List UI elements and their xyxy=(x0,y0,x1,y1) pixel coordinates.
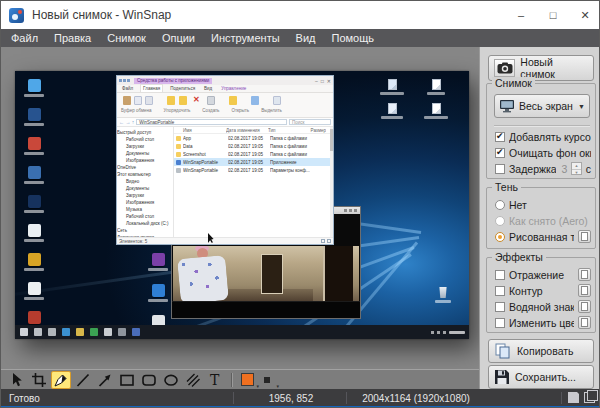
effect-checkbox[interactable]: Изменить цвет xyxy=(495,316,591,329)
add-cursor-checkbox[interactable]: Добавлять курсор xyxy=(495,130,591,143)
menu-item[interactable]: Инструменты xyxy=(203,29,288,47)
shadow-radio-option[interactable]: Рисованная тень xyxy=(495,230,591,243)
autocopy-icon[interactable] xyxy=(584,392,595,403)
menu-item[interactable]: Файл xyxy=(3,29,46,47)
delay-checkbox[interactable]: Задержка: 3 ▲▼ с xyxy=(495,162,591,175)
explorer-contextual-tab: Средства работы с приложениями xyxy=(134,78,212,84)
delay-spinner[interactable]: ▲▼ xyxy=(571,162,581,175)
properties-icon xyxy=(251,96,259,105)
ribbon-group-label: Выделить xyxy=(261,108,282,113)
shadow-settings-button[interactable] xyxy=(578,230,591,243)
line-width-picker[interactable]: ▾ xyxy=(258,371,276,389)
floppy-disk-icon xyxy=(494,369,510,385)
explorer-tab-home: Главная xyxy=(140,84,163,92)
checkbox-icon xyxy=(495,148,505,158)
chevron-down-icon: ▾ xyxy=(276,383,279,389)
desktop-icon xyxy=(21,108,47,126)
checkbox-icon xyxy=(495,132,505,142)
effect-settings-button[interactable] xyxy=(578,268,591,281)
column-size: Размер xyxy=(308,128,326,133)
tool-text-button[interactable]: T xyxy=(205,371,225,389)
explorer-tab-manage: Управление xyxy=(219,85,248,92)
radio-icon xyxy=(495,200,505,210)
copy-to-icon xyxy=(179,96,187,105)
window-title: Новый снимок - WinSnap xyxy=(32,8,171,22)
delete-icon: ✕ xyxy=(193,95,200,104)
save-button[interactable]: Сохранить... xyxy=(488,365,594,389)
nav-tree-item: Изображения xyxy=(117,157,173,164)
video-controls-bar xyxy=(172,301,360,318)
color-picker[interactable]: ▾ xyxy=(238,371,256,389)
nav-tree-item: Загрузки xyxy=(117,192,173,199)
tool-arrow-button[interactable] xyxy=(95,371,115,389)
explorer-address-bar: ← → ↑ WinSnapPortable Поиск xyxy=(117,118,333,127)
chevron-down-icon: ▼ xyxy=(578,103,585,110)
app-icon xyxy=(9,8,24,23)
file-icon xyxy=(176,160,181,165)
effect-settings-button[interactable] xyxy=(578,284,591,297)
tool-hatch-button[interactable] xyxy=(183,371,203,389)
delay-value: 3 xyxy=(562,163,568,175)
move-to-icon xyxy=(167,96,175,105)
screenshot-preview[interactable]: Средства работы с приложениями –□✕ Файл … xyxy=(15,71,469,339)
nav-tree-item: Документы xyxy=(117,150,173,157)
tool-select-button[interactable] xyxy=(7,371,27,389)
snapshot-group: Снимок Весь экран ▼ Добавлять курсор Очи… xyxy=(486,83,596,179)
monitor-icon xyxy=(499,99,515,113)
menu-item[interactable]: Правка xyxy=(46,29,99,47)
menu-item[interactable]: Опции xyxy=(154,29,203,47)
cut-icon xyxy=(145,96,153,105)
taskbar-app-icon xyxy=(34,328,42,336)
svg-text:T: T xyxy=(210,372,220,388)
paste-icon xyxy=(123,96,131,105)
tool-ellipse-button[interactable] xyxy=(161,371,181,389)
nav-tree-item: Видео xyxy=(117,178,173,185)
menu-item[interactable]: Снимок xyxy=(99,29,154,47)
file-icon xyxy=(176,152,181,157)
taskbar-tray xyxy=(431,331,465,334)
control-panel: Новый снимок Снимок Весь экран ▼ Добавля… xyxy=(479,47,600,389)
copy-icon xyxy=(134,96,142,105)
clear-background-checkbox[interactable]: Очищать фон окна xyxy=(495,146,591,159)
desktop-icons-column-2 xyxy=(145,253,171,333)
line-width-swatch[interactable] xyxy=(264,377,270,383)
file-row: Data 02.08.2017 19:05 Папка с файлами xyxy=(174,142,330,150)
effect-settings-button[interactable] xyxy=(578,316,591,329)
file-icon xyxy=(176,136,181,141)
desktop-icon xyxy=(21,137,47,155)
desktop-doc-icons xyxy=(379,79,449,119)
capture-mode-dropdown[interactable]: Весь экран ▼ xyxy=(494,94,590,118)
copy-button[interactable]: Копировать xyxy=(488,339,594,363)
effect-settings-button[interactable] xyxy=(578,300,591,313)
menu-item[interactable]: Помощь xyxy=(323,29,382,47)
tool-crop-button[interactable] xyxy=(29,371,49,389)
ribbon-group-label: Упорядочить xyxy=(164,108,191,113)
menu-item[interactable]: Вид xyxy=(288,29,324,47)
tool-line-button[interactable] xyxy=(73,371,93,389)
tool-pen-button[interactable] xyxy=(51,371,71,389)
color-swatch[interactable] xyxy=(241,373,254,386)
nav-arrows-icon: ← → ↑ xyxy=(119,119,134,125)
close-button[interactable]: ✕ xyxy=(569,1,600,29)
effect-checkbox[interactable]: Отражение xyxy=(495,268,591,281)
shadow-radio-option[interactable]: Как снято (Aero) xyxy=(495,214,591,227)
nav-tree-item: Рабочий стол xyxy=(117,136,173,143)
nav-tree-item: Быстрый доступ xyxy=(117,129,173,136)
shadow-radio-option[interactable]: Нет xyxy=(495,198,591,211)
effects-group: Эффекты Отражение Контур Водяной знак xyxy=(486,257,596,333)
editor-canvas[interactable]: Средства работы с приложениями –□✕ Файл … xyxy=(1,47,479,369)
effect-checkbox[interactable]: Водяной знак xyxy=(495,300,591,313)
tool-rectangle-button[interactable] xyxy=(117,371,137,389)
effect-checkbox[interactable]: Контур xyxy=(495,284,591,297)
menu-bar: ФайлПравкаСнимокОпцииИнструментыВидПомощ… xyxy=(1,29,600,47)
view-toggle-icons xyxy=(321,239,331,243)
column-date: Дата изменения xyxy=(226,128,268,133)
document-icon xyxy=(423,79,449,95)
nav-tree-item: Сеть xyxy=(117,227,173,234)
tool-rounded-rectangle-button[interactable] xyxy=(139,371,159,389)
maximize-button[interactable]: □ xyxy=(537,1,569,29)
nav-tree-item: Изображения xyxy=(117,199,173,206)
minimize-button[interactable]: – xyxy=(505,1,537,29)
autosave-icon[interactable] xyxy=(568,392,579,403)
ribbon-group-label: Создать xyxy=(202,108,219,113)
